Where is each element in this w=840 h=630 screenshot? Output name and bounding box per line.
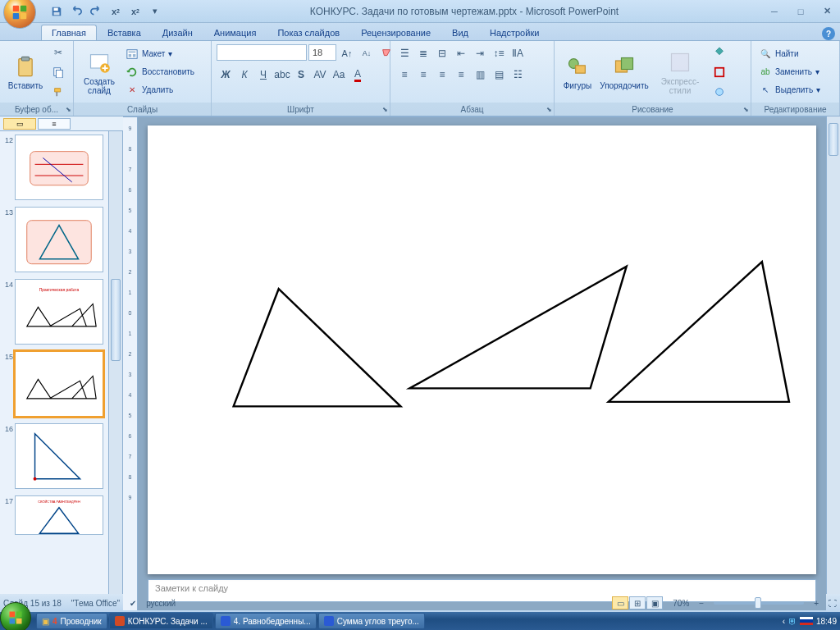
align-text-icon[interactable]: ▤ bbox=[490, 66, 508, 84]
notes-pane[interactable]: Заметки к слайду bbox=[148, 579, 816, 602]
thumb-16[interactable] bbox=[15, 423, 103, 489]
increase-indent-icon[interactable]: ⇥ bbox=[471, 44, 489, 62]
spellcheck-icon[interactable]: ✔ bbox=[130, 599, 136, 608]
tab-insert[interactable]: Вставка bbox=[97, 25, 152, 40]
clock[interactable]: 18:49 bbox=[816, 617, 837, 626]
multilevel-icon[interactable]: ⊟ bbox=[433, 44, 451, 62]
quick-access-toolbar: x2 x2 ▾ bbox=[48, 3, 164, 20]
tray-chevron-icon[interactable]: ‹ bbox=[783, 617, 785, 626]
layout-button[interactable]: Макет ▾ bbox=[123, 46, 197, 62]
reset-button[interactable]: Восстановить bbox=[123, 64, 197, 80]
thumb-12[interactable] bbox=[15, 135, 103, 200]
font-color-icon[interactable]: A bbox=[349, 66, 367, 84]
subscript-icon[interactable]: x2 bbox=[107, 3, 125, 20]
undo-icon[interactable] bbox=[67, 3, 85, 20]
qat-dropdown-icon[interactable]: ▾ bbox=[146, 3, 164, 20]
maximize-button[interactable]: □ bbox=[791, 4, 810, 19]
outline-tab[interactable]: ≡ bbox=[38, 118, 71, 130]
normal-view-icon[interactable]: ▭ bbox=[612, 596, 628, 609]
tray-shield-icon[interactable]: ⛨ bbox=[788, 617, 797, 626]
zoom-slider[interactable] bbox=[714, 601, 804, 605]
select-button[interactable]: ↖Выделить ▾ bbox=[756, 82, 823, 98]
thumb-15[interactable] bbox=[15, 351, 103, 417]
task-powerpoint[interactable]: КОНКУРС. Задачи ... bbox=[109, 613, 213, 629]
save-icon[interactable] bbox=[48, 3, 66, 20]
align-center-icon[interactable]: ≡ bbox=[414, 66, 432, 84]
find-button[interactable]: 🔍Найти bbox=[756, 46, 823, 62]
task-word1[interactable]: 4. Равнобедренны... bbox=[215, 613, 317, 629]
shapes-button[interactable]: Фигуры bbox=[559, 43, 596, 101]
delete-button[interactable]: ✕Удалить bbox=[123, 82, 197, 98]
superscript-icon[interactable]: x2 bbox=[126, 3, 144, 20]
task-explorer[interactable]: ▣4 Проводник bbox=[36, 613, 107, 629]
thumb-17[interactable]: СВОЙСТВА РАВНОБЕДРЕН bbox=[15, 495, 103, 535]
thumbs-scrollbar[interactable] bbox=[108, 131, 122, 594]
tab-review[interactable]: Рецензирование bbox=[350, 25, 441, 40]
paste-button[interactable]: Вставить bbox=[5, 43, 46, 101]
start-button[interactable] bbox=[0, 602, 31, 630]
format-painter-icon[interactable] bbox=[49, 83, 67, 101]
cut-icon[interactable]: ✂ bbox=[49, 43, 67, 62]
slides-tab[interactable]: ▭ bbox=[3, 118, 36, 130]
shape-outline-icon[interactable] bbox=[710, 63, 728, 81]
copy-icon[interactable] bbox=[49, 63, 67, 81]
zoom-out-icon[interactable]: − bbox=[699, 599, 704, 608]
align-left-icon[interactable]: ≡ bbox=[395, 66, 413, 84]
shadow-icon[interactable]: S bbox=[292, 66, 310, 84]
decrease-indent-icon[interactable]: ⇤ bbox=[452, 44, 470, 62]
thumb-14[interactable]: Практическая работа bbox=[15, 279, 103, 345]
slideshow-view-icon[interactable]: ▣ bbox=[646, 596, 663, 609]
ruler-vertical[interactable]: 9876543210123456789 bbox=[123, 117, 138, 610]
change-case-icon[interactable]: Aa bbox=[330, 66, 348, 84]
language-flag[interactable] bbox=[800, 617, 813, 625]
tab-addins[interactable]: Надстройки bbox=[479, 25, 550, 40]
launcher-icon[interactable]: ⬊ bbox=[66, 106, 71, 113]
shape-effects-icon[interactable] bbox=[710, 83, 728, 101]
task-word2[interactable]: Сумма углов треуго... bbox=[318, 613, 425, 629]
close-button[interactable]: ✕ bbox=[817, 4, 837, 19]
justify-icon[interactable]: ≡ bbox=[452, 66, 470, 84]
smartart-icon[interactable]: ☷ bbox=[509, 66, 527, 84]
shrink-font-icon[interactable]: A↓ bbox=[358, 44, 376, 62]
sorter-view-icon[interactable]: ⊞ bbox=[629, 596, 646, 609]
numbering-icon[interactable]: ≣ bbox=[414, 44, 432, 62]
new-slide-button[interactable]: Создать слайд bbox=[79, 43, 120, 101]
tab-animation[interactable]: Анимация bbox=[203, 25, 267, 40]
font-family-combo[interactable] bbox=[217, 44, 307, 61]
shape-fill-icon[interactable] bbox=[710, 43, 728, 62]
fit-icon[interactable]: ⛶ bbox=[829, 599, 837, 608]
char-spacing-icon[interactable]: AV bbox=[311, 66, 329, 84]
status-lang[interactable]: русский bbox=[146, 599, 176, 608]
editor-scrollbar[interactable] bbox=[826, 116, 840, 594]
text-direction-icon[interactable]: ⅡA bbox=[509, 44, 527, 62]
font-size-combo[interactable]: 18 bbox=[308, 44, 336, 61]
tab-slideshow[interactable]: Показ слайдов bbox=[267, 25, 350, 40]
tab-home[interactable]: Главная bbox=[41, 25, 97, 40]
replace-button[interactable]: abЗаменить ▾ bbox=[756, 64, 823, 80]
align-right-icon[interactable]: ≡ bbox=[433, 66, 451, 84]
slide-canvas[interactable] bbox=[148, 126, 816, 574]
styles-label: Экспресс-стили bbox=[653, 77, 707, 95]
columns-icon[interactable]: ▥ bbox=[471, 66, 489, 84]
zoom-in-icon[interactable]: + bbox=[814, 599, 819, 608]
line-spacing-icon[interactable]: ↕≡ bbox=[490, 44, 508, 62]
minimize-button[interactable]: ─ bbox=[765, 4, 784, 19]
tab-view[interactable]: Вид bbox=[441, 25, 479, 40]
strike-icon[interactable]: abc bbox=[273, 66, 291, 84]
bold-icon[interactable]: Ж bbox=[217, 66, 235, 84]
thumbnails[interactable]: 12 13 14 Практическая работа 15 16 17 СВ… bbox=[0, 131, 108, 594]
bullets-icon[interactable]: ☰ bbox=[395, 44, 413, 62]
zoom-value[interactable]: 70% bbox=[673, 599, 689, 608]
grow-font-icon[interactable]: A↑ bbox=[338, 44, 356, 62]
italic-icon[interactable]: К bbox=[235, 66, 253, 84]
underline-icon[interactable]: Ч bbox=[254, 66, 272, 84]
tab-design[interactable]: Дизайн bbox=[152, 25, 203, 40]
arrange-button[interactable]: Упорядочить bbox=[599, 43, 650, 101]
launcher-icon[interactable]: ⬊ bbox=[382, 106, 388, 113]
quick-styles-button[interactable]: Экспресс-стили bbox=[653, 43, 707, 101]
launcher-icon[interactable]: ⬊ bbox=[546, 106, 552, 113]
thumb-13[interactable] bbox=[15, 207, 103, 272]
help-icon[interactable]: ? bbox=[822, 27, 835, 40]
launcher-icon[interactable]: ⬊ bbox=[743, 106, 749, 113]
redo-icon[interactable] bbox=[87, 3, 105, 20]
